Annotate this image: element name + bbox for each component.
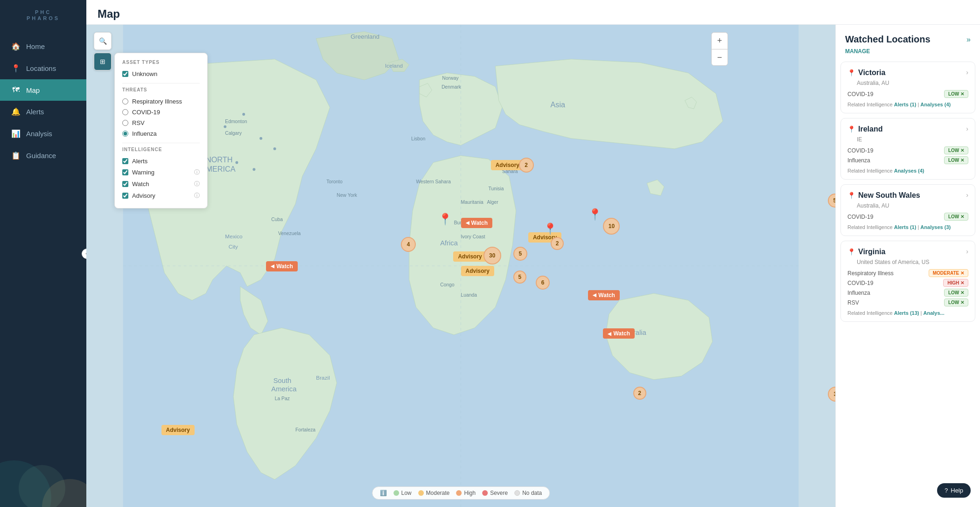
filter-respiratory[interactable]: Respiratory Illness xyxy=(122,96,200,107)
nsw-analyses-link[interactable]: Analyses (3) xyxy=(920,224,951,230)
filter-unknown[interactable]: Unknown xyxy=(122,69,200,79)
rsv-radio[interactable] xyxy=(122,120,128,126)
respiratory-label: Respiratory Illness xyxy=(132,98,182,105)
alerts-filter-label: Alerts xyxy=(132,158,147,165)
svg-text:Congo: Congo xyxy=(440,282,455,287)
warning-checkbox[interactable] xyxy=(122,169,128,175)
legend-no-data: No data xyxy=(514,490,542,496)
sidebar-item-home[interactable]: 🏠 Home xyxy=(0,35,86,57)
intelligence-label: INTELLIGENCE xyxy=(122,147,200,152)
page-title: Map xyxy=(86,0,980,25)
layers-button[interactable]: ⊞ xyxy=(94,53,112,70)
virginia-related-label: Related Intelligence xyxy=(847,310,894,316)
filter-covid[interactable]: COVID-19 xyxy=(122,107,200,118)
victoria-chevron[interactable]: › xyxy=(966,69,968,76)
svg-point-19 xyxy=(235,161,238,164)
threats-label: THREATS xyxy=(122,87,200,92)
manage-section: MANAGE xyxy=(836,47,980,62)
virginia-chevron[interactable]: › xyxy=(966,248,968,255)
ireland-influenza-row: Influenza LOW ✕ xyxy=(847,156,968,164)
covid-radio[interactable] xyxy=(122,109,128,115)
virginia-respiratory-badge[interactable]: MODERATE ✕ xyxy=(929,269,968,277)
svg-text:Mexico: Mexico xyxy=(225,233,243,240)
ireland-chevron[interactable]: › xyxy=(966,125,968,132)
svg-text:New York: New York xyxy=(337,193,357,198)
ireland-related-intel: Related Intelligence Analyses (4) xyxy=(847,168,968,174)
virginia-pin-icon: 📍 xyxy=(847,248,855,256)
virginia-covid-badge[interactable]: HIGH ✕ xyxy=(943,279,968,287)
home-icon: 🏠 xyxy=(11,42,21,51)
svg-text:Cuba: Cuba xyxy=(271,217,283,222)
svg-text:Greenland: Greenland xyxy=(350,33,379,40)
sidebar-item-guidance[interactable]: 📋 Guidance xyxy=(0,145,86,167)
sidebar-item-label: Map xyxy=(26,86,40,94)
svg-text:Ivory Coast: Ivory Coast xyxy=(461,234,485,239)
filter-advisory[interactable]: Advisory ⓘ xyxy=(122,190,200,201)
sidebar-item-locations[interactable]: 📍 Locations xyxy=(0,57,86,79)
filter-rsv[interactable]: RSV xyxy=(122,118,200,128)
filter-warning[interactable]: Warning ⓘ xyxy=(122,167,200,178)
virginia-rsv-label: RSV xyxy=(847,299,859,306)
low-label: Low xyxy=(401,490,412,496)
ireland-analyses-link[interactable]: Analyses (4) xyxy=(894,168,924,174)
nsw-covid-row: COVID-19 LOW ✕ xyxy=(847,213,968,221)
sidebar-item-label: Guidance xyxy=(26,152,56,160)
svg-point-16 xyxy=(242,113,245,116)
legend-moderate: Moderate xyxy=(418,490,450,496)
legend-low: Low xyxy=(393,490,412,496)
severe-label: Severe xyxy=(490,490,508,496)
legend-high: High xyxy=(456,490,476,496)
ireland-name: Ireland xyxy=(858,125,882,133)
virginia-analyses-link[interactable]: Analys... xyxy=(923,310,944,316)
victoria-analyses-link[interactable]: Analyses (4) xyxy=(920,102,951,107)
filter-watch[interactable]: Watch ⓘ xyxy=(122,178,200,190)
svg-text:America: America xyxy=(271,385,297,393)
advisory-info-icon: ⓘ xyxy=(194,192,200,200)
sidebar-nav: 🏠 Home 📍 Locations 🗺 Map 🔔 Alerts 📊 Anal… xyxy=(0,35,86,507)
virginia-rsv-badge[interactable]: LOW ✕ xyxy=(944,299,968,306)
victoria-alerts-link[interactable]: Alerts (1) xyxy=(894,102,917,107)
high-dot xyxy=(456,490,462,496)
unknown-label: Unknown xyxy=(132,70,157,77)
manage-link[interactable]: MANAGE xyxy=(845,48,870,55)
sidebar-item-alerts[interactable]: 🔔 Alerts xyxy=(0,101,86,123)
virginia-name: Virginia xyxy=(858,248,885,256)
map-view[interactable]: NORTH AMERICA South America Africa Asia … xyxy=(86,25,835,507)
svg-text:Calgary: Calgary xyxy=(225,131,242,136)
victoria-covid-badge[interactable]: LOW ✕ xyxy=(944,90,968,98)
location-card-virginia: 📍 Virginia › United States of America, U… xyxy=(840,241,975,322)
panel-expand-button[interactable]: » xyxy=(966,35,971,44)
sidebar-item-analysis[interactable]: 📊 Analysis xyxy=(0,123,86,145)
zoom-out-button[interactable]: − xyxy=(711,49,728,66)
influenza-radio[interactable] xyxy=(122,131,128,137)
locations-icon: 📍 xyxy=(11,64,21,73)
nsw-name: New South Wales xyxy=(858,191,920,200)
nsw-covid-badge[interactable]: LOW ✕ xyxy=(944,213,968,221)
advisory-checkbox[interactable] xyxy=(122,193,128,199)
ireland-related-label: Related Intelligence xyxy=(847,168,894,174)
covid-label: COVID-19 xyxy=(132,109,160,116)
virginia-rsv-row: RSV LOW ✕ xyxy=(847,299,968,306)
ireland-covid-badge[interactable]: LOW ✕ xyxy=(944,146,968,154)
virginia-covid-row: COVID-19 HIGH ✕ xyxy=(847,279,968,287)
filter-influenza[interactable]: Influenza xyxy=(122,128,200,139)
svg-text:Luanda: Luanda xyxy=(461,292,477,298)
unknown-checkbox[interactable] xyxy=(122,71,128,77)
sidebar-item-map[interactable]: 🗺 Map xyxy=(0,79,86,101)
zoom-in-button[interactable]: + xyxy=(711,32,728,49)
respiratory-radio[interactable] xyxy=(122,98,128,104)
watch-checkbox[interactable] xyxy=(122,181,128,187)
victoria-name-row: 📍 Victoria xyxy=(847,69,885,77)
nsw-chevron[interactable]: › xyxy=(966,191,968,199)
virginia-influenza-badge[interactable]: LOW ✕ xyxy=(944,289,968,297)
virginia-alerts-link[interactable]: Alerts (13) xyxy=(894,310,919,316)
alerts-checkbox[interactable] xyxy=(122,158,128,164)
nsw-related-intel: Related Intelligence Alerts (1) | Analys… xyxy=(847,224,968,230)
ireland-influenza-badge[interactable]: LOW ✕ xyxy=(944,156,968,164)
filter-alerts[interactable]: Alerts xyxy=(122,156,200,167)
nsw-alerts-link[interactable]: Alerts (1) xyxy=(894,224,917,230)
help-button[interactable]: ? Help xyxy=(937,483,971,498)
high-label: High xyxy=(464,490,476,496)
svg-text:Alger: Alger xyxy=(487,200,499,205)
search-map-button[interactable]: 🔍 xyxy=(94,32,112,50)
